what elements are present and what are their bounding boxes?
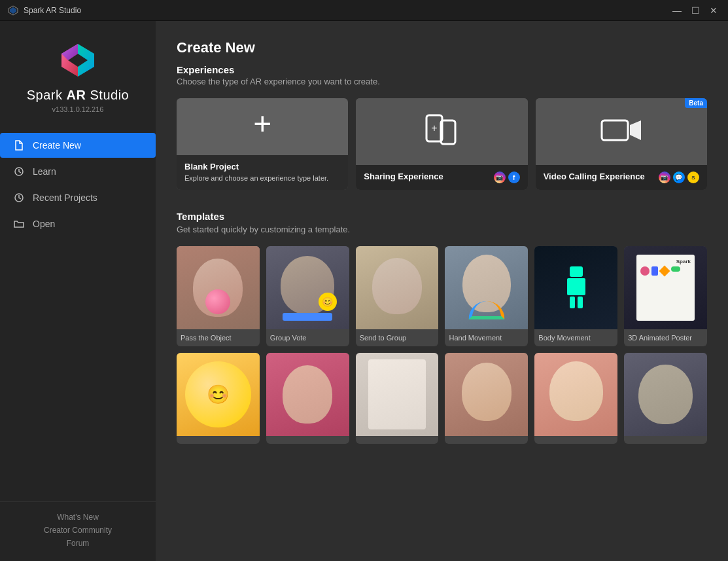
app-version: v133.1.0.12.216 <box>52 105 104 113</box>
row2-1-thumb: 😊 <box>177 353 260 436</box>
template-row2-3[interactable] <box>356 353 439 444</box>
file-icon <box>13 139 25 151</box>
body-movement-label: Body Movement <box>534 329 617 346</box>
window-controls: — ☐ ✕ <box>670 5 720 16</box>
template-grid: Pass the Object 😊 Group Vote <box>177 246 707 346</box>
video-card-info: Video Calling Experience 📷 💬 S <box>536 165 707 190</box>
creator-community-link[interactable]: Creator Community <box>44 526 112 535</box>
messenger-icon: 💬 <box>673 172 685 183</box>
template-group-vote[interactable]: 😊 Group Vote <box>266 246 349 346</box>
whats-new-link[interactable]: What's New <box>57 513 99 522</box>
svg-marker-11 <box>630 120 641 140</box>
nav-label-create-new: Create New <box>33 140 81 151</box>
logo-area: Spark AR Studio v133.1.0.12.216 <box>0 21 156 126</box>
row2-2-thumb <box>266 353 349 436</box>
template-row2-5[interactable] <box>534 353 617 444</box>
blank-card-title: Blank Project <box>184 162 340 172</box>
row2-1-label <box>177 436 260 444</box>
row2-2-label <box>266 436 349 444</box>
sidebar-footer: What's New Creator Community Forum <box>0 501 156 561</box>
row2-5-label <box>534 436 617 444</box>
body-movement-thumb <box>534 246 617 329</box>
nav-label-learn: Learn <box>33 166 56 177</box>
send-group-thumb <box>356 246 439 329</box>
robot-icon <box>567 266 585 308</box>
pass-object-label: Pass the Object <box>177 329 260 346</box>
beta-badge: Beta <box>685 98 707 108</box>
video-icon-area <box>536 98 707 165</box>
main-content: Create New Experiences Choose the type o… <box>156 21 728 561</box>
maximize-button[interactable]: ☐ <box>689 5 702 16</box>
sharing-card-title: Sharing Experience <box>364 172 443 181</box>
nav-item-recent-projects[interactable]: Recent Projects <box>0 185 156 210</box>
template-pass-object[interactable]: Pass the Object <box>177 246 260 346</box>
window-title: Spark AR Studio <box>24 6 670 15</box>
svg-marker-1 <box>10 7 16 14</box>
group-vote-thumb: 😊 <box>266 246 349 329</box>
hand-movement-label: Hand Movement <box>445 329 528 346</box>
sidebar: Spark AR Studio v133.1.0.12.216 Create N… <box>0 21 156 561</box>
template-row2-4[interactable] <box>445 353 528 444</box>
row2-3-thumb <box>356 353 439 436</box>
share-icon-area: + <box>356 98 527 165</box>
spark-logo <box>58 41 97 80</box>
template-row2-6[interactable] <box>624 353 707 444</box>
clock-icon <box>13 192 25 204</box>
svg-marker-2 <box>78 44 94 77</box>
blank-project-card[interactable]: + Blank Project Explore and choose an ex… <box>177 98 348 190</box>
row2-6-label <box>624 436 707 444</box>
experiences-heading: Experiences <box>177 64 707 75</box>
row2-3-label <box>356 436 439 444</box>
forum-link[interactable]: Forum <box>67 539 90 548</box>
nav-item-open[interactable]: Open <box>0 211 156 236</box>
app-body: Spark AR Studio v133.1.0.12.216 Create N… <box>0 21 728 561</box>
video-instagram-icon: 📷 <box>659 172 670 183</box>
close-button[interactable]: ✕ <box>707 5 720 16</box>
video-calling-card[interactable]: Beta Video Calling Experience 📷 💬 S <box>536 98 707 190</box>
row2-4-thumb <box>445 353 528 436</box>
blank-card-info: Blank Project Explore and choose an expe… <box>177 155 348 190</box>
sharing-platform-icons: 📷 f <box>494 172 520 183</box>
folder-icon <box>13 218 25 230</box>
video-platform-icons: 📷 💬 S <box>659 172 699 183</box>
facebook-icon: f <box>508 172 520 183</box>
experiences-subtitle: Choose the type of AR experience you wan… <box>177 77 707 86</box>
sidebar-nav: Create New Learn Recen <box>0 126 156 501</box>
row2-5-thumb <box>534 353 617 436</box>
3d-poster-label: 3D Animated Poster <box>624 329 707 346</box>
template-3d-poster[interactable]: Spark 3D Animated Poster <box>624 246 707 346</box>
learn-icon <box>13 166 25 177</box>
nav-item-create-new[interactable]: Create New <box>0 133 156 158</box>
nav-label-recent: Recent Projects <box>33 192 97 203</box>
template-send-group[interactable]: Send to Group <box>356 246 439 346</box>
3d-poster-thumb: Spark <box>624 246 707 329</box>
send-group-label: Send to Group <box>356 329 439 346</box>
experience-row: + Blank Project Explore and choose an ex… <box>177 98 707 190</box>
template-row2-1[interactable]: 😊 <box>177 353 260 444</box>
group-vote-label: Group Vote <box>266 329 349 346</box>
hand-movement-thumb <box>445 246 528 329</box>
sharing-experience-card[interactable]: + Sharing Experience 📷 f <box>356 98 527 190</box>
nav-item-learn[interactable]: Learn <box>0 159 156 184</box>
plus-icon: + <box>253 98 271 150</box>
svg-text:+: + <box>432 122 438 134</box>
template-grid-row2: 😊 <box>177 353 707 444</box>
spark-icon: S <box>687 172 699 183</box>
minimize-button[interactable]: — <box>670 5 684 16</box>
svg-rect-10 <box>602 120 628 140</box>
row2-4-label <box>445 436 528 444</box>
app-icon <box>8 5 18 16</box>
row2-6-thumb <box>624 353 707 436</box>
title-bar: Spark AR Studio — ☐ ✕ <box>0 0 728 21</box>
template-body-movement[interactable]: Body Movement <box>534 246 617 346</box>
template-hand-movement[interactable]: Hand Movement <box>445 246 528 346</box>
app-name: Spark AR Studio <box>27 88 129 103</box>
template-row2-2[interactable] <box>266 353 349 444</box>
templates-heading: Templates <box>177 211 707 222</box>
sharing-card-info: Sharing Experience 📷 f <box>356 165 527 190</box>
pass-object-thumb <box>177 246 260 329</box>
instagram-icon: 📷 <box>494 172 506 183</box>
nav-label-open: Open <box>33 219 55 229</box>
templates-subtitle: Get started quickly by customizing a tem… <box>177 225 707 234</box>
create-new-title: Create New <box>177 39 707 56</box>
